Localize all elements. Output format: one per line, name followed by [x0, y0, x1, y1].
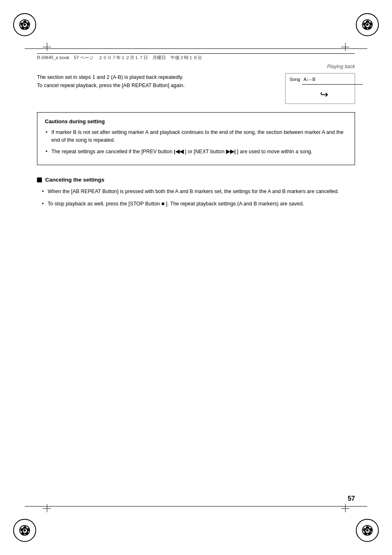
- corner-dot-tr: [366, 23, 369, 26]
- corner-dot-bl: [23, 529, 26, 532]
- diagram-row: Song A ♩ – B: [290, 77, 350, 82]
- section-heading-square-icon: [37, 177, 42, 182]
- canceling-heading-text: Canceling the settings: [45, 177, 104, 183]
- diagram-dash: –: [309, 77, 311, 82]
- crosshair-br: [341, 504, 349, 512]
- crosshair-bl: [43, 504, 51, 512]
- canceling-list: When the [AB REPEAT Button] is pressed w…: [37, 188, 355, 208]
- intro-row: The section set in steps 1 and 2 (A-B) i…: [37, 73, 355, 104]
- diagram-b-label: B: [312, 77, 315, 82]
- header-line: [37, 53, 355, 54]
- caution-title: Cautions during setting: [45, 118, 347, 124]
- corner-dot-br: [366, 529, 369, 532]
- caution-item-1: If marker B is not set after setting mar…: [45, 129, 347, 145]
- diagram-box: Song A ♩ – B ↩: [285, 73, 355, 104]
- crosshair-tl: [43, 43, 51, 51]
- top-rule: [25, 48, 367, 49]
- page-number: 57: [348, 495, 355, 502]
- caution-list: If marker B is not set after setting mar…: [45, 129, 347, 156]
- crosshair-tr: [341, 43, 349, 51]
- caution-box: Cautions during setting If marker B is n…: [37, 112, 355, 165]
- diagram-a-label: A: [304, 77, 307, 82]
- main-content: The section set in steps 1 and 2 (A-B) i…: [37, 73, 355, 212]
- diagram-song-label: Song: [290, 77, 300, 82]
- page: ✿ ✿ ✿ ✿ R-09HR_e.book 57 ページ ２００７年１２月１７日…: [0, 0, 392, 555]
- intro-text: The section set in steps 1 and 2 (A-B) i…: [37, 73, 277, 90]
- corner-dot-tl: [23, 23, 26, 26]
- diagram-horizontal-line: [302, 84, 363, 85]
- diagram-note-icon: ♩: [307, 77, 308, 81]
- canceling-heading: Canceling the settings: [37, 177, 355, 183]
- bottom-rule: [25, 506, 367, 507]
- header-metadata: R-09HR_e.book 57 ページ ２００７年１２月１７日 月曜日 午後２…: [37, 55, 202, 61]
- page-title: Playing back: [327, 64, 355, 69]
- canceling-item-1: When the [AB REPEAT Button] is pressed w…: [41, 188, 355, 196]
- caution-item-2: The repeat settings are cancelled if the…: [45, 148, 347, 156]
- repeat-arrow-icon: ↩: [320, 89, 328, 100]
- canceling-item-2: To stop playback as well, press the [STO…: [41, 200, 355, 208]
- diagram-arrow-row: ↩: [290, 89, 350, 100]
